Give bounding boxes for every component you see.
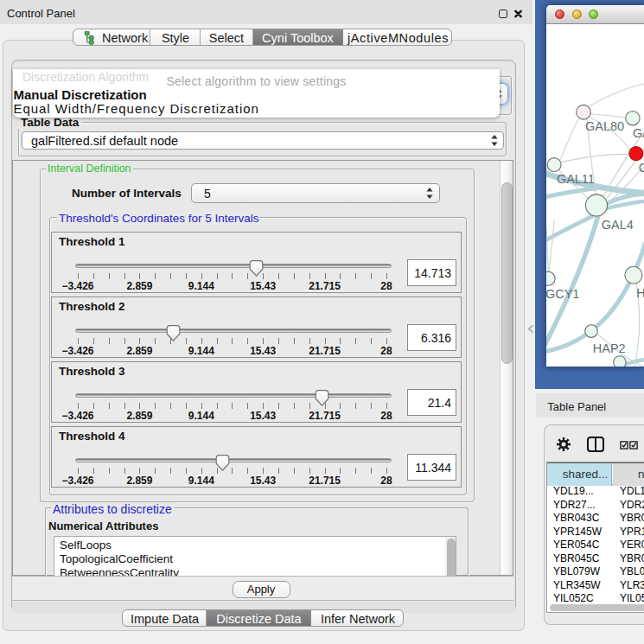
svg-text:HAP2: HAP2 — [593, 341, 626, 355]
svg-text:GAL11: GAL11 — [557, 172, 595, 186]
svg-text:C: C — [639, 161, 644, 175]
svg-text:GAL4: GAL4 — [602, 218, 634, 232]
svg-text:H: H — [636, 286, 644, 300]
svg-text:GCY1: GCY1 — [546, 287, 579, 301]
svg-text:GA: GA — [633, 126, 644, 140]
svg-text:GAL80: GAL80 — [585, 119, 624, 133]
